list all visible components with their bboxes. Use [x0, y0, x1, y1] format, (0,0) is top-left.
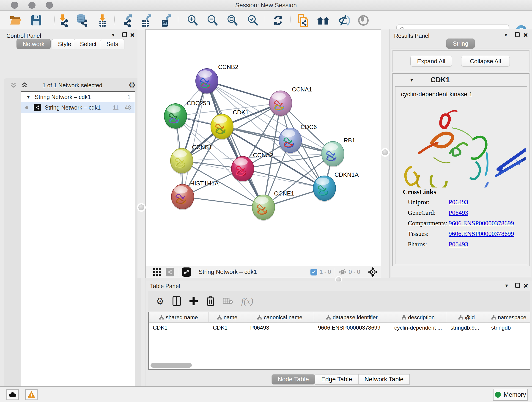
tab-sets[interactable]: Sets [100, 39, 124, 49]
import-database-icon[interactable] [75, 14, 88, 27]
crosslink-label: Compartments: [408, 220, 447, 227]
crosslink-link[interactable]: 9606.ENSP00000378699 [449, 220, 514, 227]
table-cell[interactable]: P06493 [246, 323, 314, 333]
table-panel-close-icon[interactable]: × [524, 283, 528, 288]
refresh-icon[interactable] [272, 14, 284, 27]
network-node[interactable]: CCNE1 [252, 190, 294, 221]
network-node[interactable]: CDKN1A [313, 171, 359, 202]
table-cell[interactable]: cyclin-dependent ... [390, 323, 446, 333]
table-panel-float-icon[interactable] [515, 283, 520, 288]
results-panel-float-icon[interactable] [515, 32, 520, 37]
table-cell[interactable]: CDK1 [209, 323, 246, 333]
crosslink-link[interactable]: P06493 [449, 198, 468, 206]
network-node[interactable]: CDC6 [279, 123, 317, 154]
table-cell[interactable]: 9606.ENSP00000378699 [314, 323, 390, 333]
network-node[interactable]: CCNA1 [269, 86, 312, 117]
add-column-icon[interactable] [189, 297, 198, 306]
import-table-icon[interactable] [96, 14, 109, 27]
grid-view-icon[interactable] [153, 268, 161, 276]
tab-network[interactable]: Network [17, 39, 51, 49]
table-settings-icon[interactable]: ⚙ [156, 297, 164, 306]
horizontal-scrollbar[interactable] [151, 363, 192, 368]
column-header-database-identifier[interactable]: database identifier [314, 312, 390, 323]
delete-column-icon[interactable] [206, 296, 215, 306]
birdseye-view-icon[interactable] [182, 268, 191, 277]
column-type-icon [159, 315, 164, 319]
tab-select[interactable]: Select [74, 39, 103, 49]
zoom-out-icon[interactable] [206, 14, 219, 27]
column-header-description[interactable]: description [390, 312, 446, 323]
column-header--id[interactable]: @id [446, 312, 487, 323]
zoom-in-icon[interactable] [186, 14, 199, 27]
network-view-share-icon[interactable] [166, 268, 174, 276]
network-row-selected[interactable]: String Network – cdk1 11 48 [21, 102, 135, 113]
network-edge[interactable] [207, 81, 264, 207]
column-header-name[interactable]: name [209, 312, 246, 323]
selected-checkbox-icon[interactable]: ✓ [310, 269, 317, 275]
network-edge[interactable] [222, 127, 333, 154]
clone-network-icon[interactable] [297, 14, 309, 27]
collapse-triangle-icon[interactable]: ▼ [26, 95, 31, 100]
show-columns-icon[interactable] [172, 296, 181, 306]
open-session-icon[interactable] [9, 14, 22, 27]
table-panel-collapse-icon[interactable]: ▾ [505, 282, 508, 289]
fit-content-target-icon[interactable] [368, 267, 378, 277]
warning-status-button[interactable] [25, 389, 38, 400]
tab-node-table[interactable]: Node Table [272, 374, 315, 385]
zoom-fit-icon[interactable] [226, 14, 239, 27]
network-node[interactable]: RB1 [322, 137, 355, 167]
network-collection-row[interactable]: ▼ String Network – cdk1 1 [21, 92, 135, 102]
zoom-selected-icon[interactable] [246, 14, 259, 27]
home-icon[interactable] [317, 14, 330, 27]
table-cell[interactable]: stringdb [487, 323, 530, 333]
table-cell[interactable]: CDK1 [149, 323, 209, 333]
hide-panel-eye-icon[interactable] [337, 14, 350, 27]
expand-all-button[interactable]: Expand All [410, 56, 452, 67]
results-panel-close-icon[interactable]: × [523, 32, 528, 37]
collapse-all-button[interactable]: Collapse All [461, 56, 510, 67]
crosslink-link[interactable]: P06493 [449, 209, 468, 216]
network-canvas[interactable]: CCNB2CCNA1CDC25BCDK1CDC6RB1CCNB1CCNA2CDK… [146, 29, 381, 266]
crosslink-link[interactable]: 9606.ENSP00000378699 [449, 230, 514, 237]
cloud-status-button[interactable] [6, 389, 19, 400]
delete-table-icon[interactable] [223, 298, 233, 305]
column-header-shared-name[interactable]: shared name [149, 312, 209, 323]
control-panel-float-icon[interactable] [122, 32, 127, 37]
column-header-canonical-name[interactable]: canonical name [246, 312, 314, 323]
table-cell[interactable]: stringdb:9... [446, 323, 487, 333]
right-splitter-handle[interactable] [382, 149, 388, 155]
save-session-icon[interactable] [30, 14, 43, 27]
tab-network-table[interactable]: Network Table [358, 374, 410, 385]
control-panel-close-icon[interactable]: × [130, 32, 135, 37]
network-graph[interactable]: CCNB2CCNA1CDC25BCDK1CDC6RB1CCNB1CCNA2CDK… [146, 30, 381, 266]
export-image-icon[interactable] [159, 14, 172, 27]
tab-edge-table[interactable]: Edge Table [315, 374, 358, 385]
gene-section-header[interactable]: ▼ CDK1 [393, 75, 528, 85]
right-splitter[interactable] [381, 29, 390, 278]
tab-string[interactable]: String [446, 38, 475, 49]
string-node-scroll-area[interactable]: ▼ CDK1 cyclin-dependent kinase 1 [393, 73, 530, 266]
network-node[interactable]: HIST1H1A [171, 180, 219, 210]
import-network-icon[interactable] [56, 14, 69, 27]
table-header-row: shared namenamecanonical namedatabase id… [149, 312, 530, 323]
control-panel-collapse-icon[interactable]: ▾ [112, 32, 114, 38]
network-options-gear-icon[interactable]: ⚙ [128, 81, 135, 89]
export-network-icon[interactable] [120, 14, 133, 27]
hidden-eye-slash-icon[interactable] [339, 269, 346, 275]
network-edge[interactable] [183, 81, 207, 197]
network-edge[interactable] [183, 197, 264, 207]
bottom-splitter[interactable] [146, 278, 532, 281]
results-panel-collapse-icon[interactable]: ▾ [505, 32, 507, 38]
memory-button[interactable]: Memory [493, 389, 528, 401]
export-table-icon[interactable] [139, 14, 152, 27]
crosslink-link[interactable]: P06493 [449, 241, 468, 248]
left-splitter[interactable] [138, 29, 146, 278]
left-splitter-handle[interactable] [138, 204, 144, 211]
show-panel-eye-icon[interactable] [357, 14, 370, 27]
column-header-namespace[interactable]: namespace [487, 312, 530, 323]
gene-collapse-triangle-icon[interactable]: ▼ [409, 77, 414, 83]
node-table[interactable]: shared namenamecanonical namedatabase id… [148, 312, 530, 370]
network-node[interactable]: CDK1 [210, 109, 249, 140]
network-node[interactable]: CCNB1 [170, 144, 212, 174]
function-builder-icon[interactable]: f(x) [241, 296, 253, 306]
